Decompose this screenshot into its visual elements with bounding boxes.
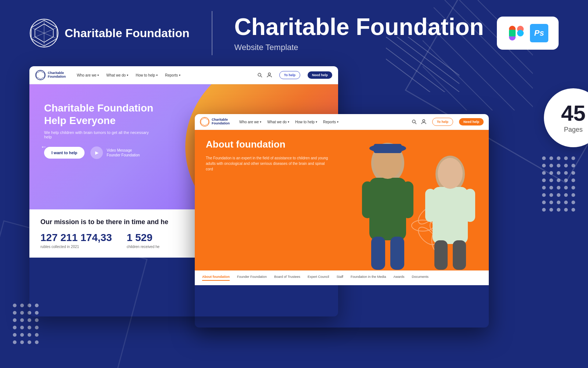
about-content: About foundation The Foundation is an ex… xyxy=(206,139,331,172)
svg-line-95 xyxy=(415,123,416,124)
svg-rect-117 xyxy=(425,189,435,222)
nav-btn-to-help-2[interactable]: To help xyxy=(432,118,453,126)
browser-mockup-orange: Charitable Foundation Who are we ▾ What … xyxy=(195,114,489,328)
nav-link-what[interactable]: What we do ▾ xyxy=(106,73,128,77)
stat-item-1: 127 211 174,33 rubles collected in 2021 xyxy=(40,232,112,249)
bottom-tabs: About foundation Founder Foundation Boar… xyxy=(195,270,489,285)
nav-link-who-2[interactable]: Who are we ▾ xyxy=(239,120,261,124)
stat-number-2: 1 529 xyxy=(127,232,160,244)
svg-rect-108 xyxy=(362,181,373,218)
nav-bar-1: Charitable Foundation Who are we ▾ What … xyxy=(29,66,338,84)
want-to-help-button[interactable]: I want to help xyxy=(44,147,85,159)
figma-icon xyxy=(507,24,526,42)
nav-logo-icon-sm-2 xyxy=(200,117,209,127)
stat-number-1: 127 211 174,33 xyxy=(40,232,112,244)
svg-rect-111 xyxy=(390,237,404,270)
nav-bar-2: Charitable Foundation Who are we ▾ What … xyxy=(195,114,489,130)
svg-point-96 xyxy=(423,120,425,122)
svg-marker-93 xyxy=(201,118,208,125)
tab-trustees[interactable]: Board of Trustees xyxy=(274,275,300,281)
child-figure-2 xyxy=(421,152,480,270)
nav-link-how-2[interactable]: How to help ▾ xyxy=(295,120,317,124)
tab-expert[interactable]: Expert Council xyxy=(308,275,329,281)
svg-rect-110 xyxy=(371,237,385,270)
main-subtitle: Website Template xyxy=(234,43,497,52)
header: Charitable Foundation Charitable Foundat… xyxy=(0,0,588,66)
svg-point-94 xyxy=(412,120,415,123)
svg-line-90 xyxy=(261,76,262,77)
hero-title: Charitable Foundation Help Everyone xyxy=(44,102,154,127)
nav-logo-text-sm-2: Charitable Foundation xyxy=(212,118,230,125)
svg-rect-109 xyxy=(402,181,413,218)
header-divider xyxy=(212,11,212,55)
nav-link-how[interactable]: How to help ▾ xyxy=(136,73,158,77)
svg-rect-114 xyxy=(374,144,402,153)
children-figures xyxy=(349,130,489,270)
title-area: Charitable Foundation Website Template xyxy=(234,14,497,52)
svg-point-91 xyxy=(268,73,270,75)
svg-point-121 xyxy=(438,158,463,189)
child-figure-1 xyxy=(358,141,417,270)
photoshop-icon: Ps xyxy=(530,24,548,42)
svg-point-92 xyxy=(200,117,209,126)
user-icon-1[interactable] xyxy=(267,72,272,78)
content-area: Charitable Foundation Who are we ▾ What … xyxy=(0,66,588,353)
tab-staff[interactable]: Staff xyxy=(337,275,343,281)
main-title: Charitable Foundation xyxy=(234,14,497,40)
nav-link-who[interactable]: Who are we ▾ xyxy=(77,73,99,77)
svg-rect-107 xyxy=(369,178,406,240)
nav-link-reports[interactable]: Reports ▾ xyxy=(165,73,180,77)
search-icon-2[interactable] xyxy=(412,119,417,124)
nav-link-what-2[interactable]: What we do ▾ xyxy=(267,120,289,124)
tab-awards[interactable]: Awards xyxy=(394,275,405,281)
video-button[interactable]: ▶ Video Message Founder Foundation xyxy=(90,146,140,159)
nav-logo-icon-sm xyxy=(35,70,46,80)
video-text: Video Message Founder Foundation xyxy=(107,148,140,158)
pages-label: Pages xyxy=(564,126,582,134)
about-title: About foundation xyxy=(206,139,331,150)
pages-number: 45 xyxy=(561,102,586,124)
tools-badge: Ps xyxy=(497,17,559,50)
stat-label-1: rubles collected in 2021 xyxy=(40,245,112,249)
svg-point-86 xyxy=(517,30,524,36)
nav-logo-small-2: Charitable Foundation xyxy=(200,117,230,127)
stat-label-2: children received he xyxy=(127,245,160,249)
user-icon-2[interactable] xyxy=(421,119,426,124)
logo-area: Charitable Foundation xyxy=(29,18,190,48)
nav-icons-1 xyxy=(257,72,272,78)
stat-item-2: 1 529 children received he xyxy=(127,232,160,249)
svg-marker-88 xyxy=(36,71,44,79)
nav-logo-text-sm-1: Charitable Foundation xyxy=(48,71,66,79)
nav-link-reports-2[interactable]: Reports ▾ xyxy=(323,120,338,124)
pages-badge: 45 Pages xyxy=(544,88,588,147)
about-description: The Foundation is an expert in the field… xyxy=(206,155,331,172)
svg-rect-85 xyxy=(509,30,516,36)
nav-btn-need-help-2[interactable]: Need help xyxy=(459,118,484,125)
svg-rect-120 xyxy=(453,240,466,270)
tab-about-foundation[interactable]: About foundation xyxy=(202,275,230,281)
nav-btn-to-help-1[interactable]: To help xyxy=(279,71,300,79)
tab-founder[interactable]: Founder Foundation xyxy=(237,275,267,281)
svg-point-89 xyxy=(258,73,261,76)
svg-rect-118 xyxy=(465,189,475,222)
svg-rect-119 xyxy=(434,240,448,270)
svg-point-87 xyxy=(36,70,45,80)
back-arrow-icon[interactable]: ← xyxy=(40,143,47,151)
tab-media[interactable]: Foundation in the Media xyxy=(351,275,386,281)
logo-icon xyxy=(29,18,59,48)
nav-icons-2 xyxy=(412,119,426,124)
nav-logo-small: Charitable Foundation xyxy=(35,70,66,80)
play-icon[interactable]: ▶ xyxy=(90,146,103,159)
orange-hero: About foundation The Foundation is an ex… xyxy=(195,130,489,270)
logo-text: Charitable Foundation xyxy=(65,26,190,40)
svg-rect-116 xyxy=(433,187,468,244)
nav-btn-need-help-1[interactable]: Need help xyxy=(308,71,332,79)
hero-description: We help children with brain tumors to ge… xyxy=(44,130,154,139)
search-icon-1[interactable] xyxy=(257,72,262,78)
tab-documents[interactable]: Documents xyxy=(412,275,429,281)
